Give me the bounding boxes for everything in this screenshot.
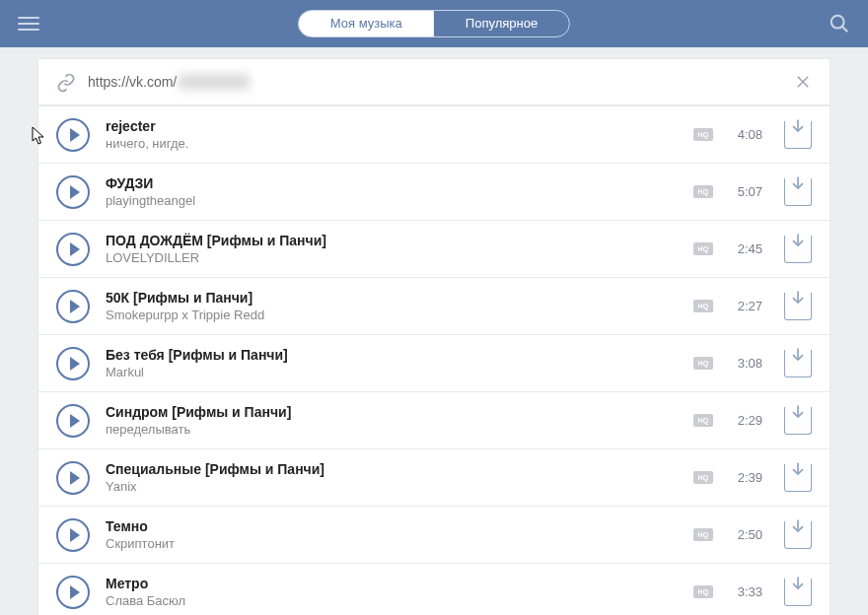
track-artist: Markul (106, 364, 678, 380)
clear-url-icon[interactable] (794, 73, 812, 91)
download-button[interactable] (784, 407, 812, 435)
track-row: rejecter ничего, нигде. HQ 4:08 (38, 105, 830, 163)
play-icon (70, 585, 80, 599)
track-list: rejecter ничего, нигде. HQ 4:08 ФУДЗИ pl… (37, 105, 831, 615)
track-artist: ничего, нигде. (106, 135, 678, 152)
hq-badge: HQ (693, 471, 713, 484)
track-row: Метро Слава Басюл HQ 3:33 (38, 563, 830, 615)
track-info[interactable]: Без тебя [Рифмы и Панчи] Markul (106, 346, 678, 380)
play-button[interactable] (56, 518, 90, 552)
url-bar: https://vk.com/ (37, 58, 831, 105)
hamburger-menu-icon[interactable] (18, 13, 39, 34)
play-button[interactable] (56, 461, 90, 495)
track-title: Синдром [Рифмы и Панчи] (106, 403, 678, 421)
track-info[interactable]: Синдром [Рифмы и Панчи] переделывать (106, 403, 678, 438)
track-artist: Smokepurpp x Trippie Redd (106, 307, 678, 323)
track-duration: 2:39 (729, 470, 762, 485)
track-row: ФУДЗИ playingtheangel HQ 5:07 (38, 163, 830, 220)
url-prefix: https://vk.com/ (88, 74, 177, 90)
hq-badge: HQ (693, 300, 713, 312)
download-button[interactable] (784, 236, 812, 263)
track-info[interactable]: Специальные [Рифмы и Панчи] Yanix (106, 460, 678, 495)
track-duration: 2:45 (729, 241, 762, 256)
tab-popular[interactable]: Популярное (434, 11, 569, 36)
track-title: Темно (106, 517, 678, 535)
svg-point-0 (832, 16, 844, 29)
play-icon (70, 300, 80, 313)
play-icon (70, 185, 80, 199)
track-info[interactable]: Темно Скриптонит (106, 517, 678, 552)
track-duration: 3:08 (729, 356, 762, 371)
download-button[interactable] (784, 121, 812, 149)
download-button[interactable] (784, 521, 812, 549)
track-row: Без тебя [Рифмы и Панчи] Markul HQ 3:08 (38, 334, 830, 391)
track-info[interactable]: Метро Слава Басюл (106, 575, 678, 609)
hq-badge: HQ (693, 128, 713, 141)
content: https://vk.com/ rejecter ничего, нигде. … (0, 47, 868, 615)
hq-badge: HQ (693, 414, 713, 427)
track-duration: 2:29 (729, 413, 762, 428)
track-info[interactable]: ФУДЗИ playingtheangel (106, 174, 678, 209)
search-icon[interactable] (829, 13, 850, 34)
header-tabs: Моя музыка Популярное (298, 10, 570, 37)
track-title: Метро (106, 575, 678, 592)
svg-line-1 (842, 27, 847, 32)
download-button[interactable] (784, 293, 812, 320)
hq-badge: HQ (693, 242, 713, 255)
track-title: 50К [Рифмы и Панчи] (106, 289, 678, 307)
play-button[interactable] (56, 290, 90, 323)
track-artist: Слава Басюл (106, 592, 678, 609)
download-button[interactable] (784, 464, 812, 492)
hq-badge: HQ (693, 185, 713, 198)
download-button[interactable] (784, 350, 812, 377)
download-button[interactable] (784, 178, 812, 206)
track-artist: Скриптонит (106, 535, 678, 552)
play-button[interactable] (56, 347, 90, 380)
track-row: Темно Скриптонит HQ 2:50 (38, 506, 830, 563)
hq-badge: HQ (693, 585, 713, 598)
play-icon (70, 528, 80, 542)
hq-badge: HQ (693, 528, 713, 541)
track-artist: Yanix (106, 478, 678, 495)
track-title: Без тебя [Рифмы и Панчи] (106, 346, 678, 364)
download-button[interactable] (784, 579, 812, 606)
track-info[interactable]: rejecter ничего, нигде. (106, 117, 678, 152)
hq-badge: HQ (693, 357, 713, 370)
track-title: Специальные [Рифмы и Панчи] (106, 460, 678, 478)
track-duration: 3:33 (729, 584, 762, 599)
track-row: Синдром [Рифмы и Панчи] переделывать HQ … (38, 391, 830, 448)
play-button[interactable] (56, 175, 90, 209)
track-duration: 2:27 (729, 299, 762, 313)
track-row: 50К [Рифмы и Панчи] Smokepurpp x Trippie… (38, 277, 830, 334)
link-icon (56, 73, 74, 91)
track-artist: LOVELYDILLER (106, 249, 678, 266)
track-info[interactable]: ПОД ДОЖДЁМ [Рифмы и Панчи] LOVELYDILLER (106, 232, 678, 266)
tab-my-music[interactable]: Моя музыка (299, 11, 434, 36)
track-title: ПОД ДОЖДЁМ [Рифмы и Панчи] (106, 232, 678, 249)
play-button[interactable] (56, 576, 90, 609)
play-icon (70, 242, 80, 256)
url-blurred-part (179, 74, 250, 90)
track-title: rejecter (106, 117, 678, 135)
track-artist: переделывать (106, 421, 678, 438)
track-artist: playingtheangel (106, 192, 678, 209)
track-duration: 5:07 (729, 184, 762, 199)
app-header: Моя музыка Популярное (0, 0, 868, 47)
track-row: ПОД ДОЖДЁМ [Рифмы и Панчи] LOVELYDILLER … (38, 220, 830, 277)
track-duration: 4:08 (729, 127, 762, 142)
track-row: Специальные [Рифмы и Панчи] Yanix HQ 2:3… (38, 448, 830, 506)
play-icon (70, 128, 80, 142)
track-info[interactable]: 50К [Рифмы и Панчи] Smokepurpp x Trippie… (106, 289, 678, 323)
play-button[interactable] (56, 118, 90, 152)
track-duration: 2:50 (729, 527, 762, 542)
play-button[interactable] (56, 404, 90, 438)
play-icon (70, 471, 80, 485)
play-button[interactable] (56, 233, 90, 266)
url-input[interactable]: https://vk.com/ (88, 74, 780, 90)
track-title: ФУДЗИ (106, 174, 678, 192)
play-icon (70, 357, 80, 371)
play-icon (70, 414, 80, 428)
